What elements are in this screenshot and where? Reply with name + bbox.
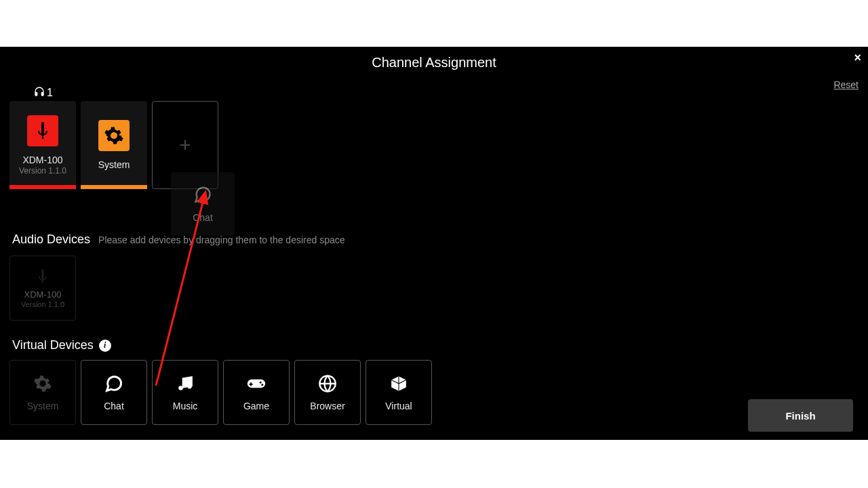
svg-point-12: [261, 384, 263, 386]
chat-icon: [104, 373, 124, 394]
virtual-device-label: Music: [173, 401, 198, 411]
svg-rect-10: [249, 384, 252, 385]
headphone-index-number: 1: [47, 87, 53, 99]
music-icon: [175, 373, 195, 394]
slot-accent-bar: [81, 185, 147, 189]
audio-devices-hint: Please add devices by dragging them to t…: [98, 235, 344, 245]
dragged-label: Chat: [193, 212, 213, 223]
slot-sublabel: Version 1.1.0: [19, 166, 66, 176]
virtual-device-label: Virtual: [385, 401, 412, 411]
svg-rect-0: [35, 92, 37, 96]
svg-point-11: [260, 382, 262, 384]
svg-rect-2: [41, 122, 44, 134]
plus-icon: +: [179, 134, 191, 157]
gear-icon: [98, 120, 130, 151]
svg-rect-3: [42, 135, 43, 139]
channel-slot-system[interactable]: System: [81, 101, 147, 189]
mic-icon: [27, 115, 58, 146]
audio-devices-title: Audio Devices: [12, 232, 90, 247]
finish-button[interactable]: Finish: [748, 399, 853, 432]
gamepad-icon: [246, 373, 267, 394]
virtual-device-system[interactable]: System: [9, 360, 76, 425]
slot-label: System: [98, 159, 130, 170]
audio-device-xdm[interactable]: XDM-100 Version 1.1.0: [9, 256, 76, 321]
slot-accent-bar: [9, 185, 76, 189]
virtual-device-browser[interactable]: Browser: [294, 360, 361, 425]
cube-icon: [389, 373, 409, 394]
globe-icon: [317, 373, 338, 394]
virtual-device-chat[interactable]: Chat: [81, 360, 147, 425]
gear-icon: [33, 373, 53, 394]
virtual-device-label: Browser: [310, 401, 344, 411]
virtual-device-game[interactable]: Game: [223, 360, 290, 425]
info-icon[interactable]: i: [99, 340, 111, 352]
reset-link[interactable]: Reset: [833, 79, 859, 90]
virtual-device-label: Game: [243, 401, 269, 411]
svg-rect-4: [41, 269, 43, 279]
virtual-device-music[interactable]: Music: [152, 360, 218, 425]
page-title: Channel Assignment: [0, 47, 868, 70]
virtual-device-label: System: [27, 401, 59, 411]
virtual-device-label: Chat: [104, 401, 124, 411]
svg-rect-5: [42, 280, 43, 283]
svg-rect-1: [41, 92, 43, 96]
slot-label: XDM-100: [22, 155, 62, 165]
virtual-device-row: System Chat Music: [9, 360, 432, 425]
channel-slot-xdm[interactable]: XDM-100 Version 1.1.0: [9, 101, 76, 189]
headphones-icon: [34, 86, 45, 100]
virtual-device-virtual[interactable]: Virtual: [366, 360, 432, 425]
close-button[interactable]: ×: [854, 51, 861, 65]
virtual-devices-title: Virtual Devices: [12, 338, 94, 352]
audio-device-sublabel: Version 1.1.0: [21, 300, 64, 308]
chat-icon: [193, 185, 212, 207]
headphone-index: 1: [34, 86, 53, 100]
dragged-chat-ghost: Chat: [171, 172, 235, 236]
audio-device-label: XDM-100: [24, 289, 62, 300]
mic-icon: [36, 268, 50, 285]
